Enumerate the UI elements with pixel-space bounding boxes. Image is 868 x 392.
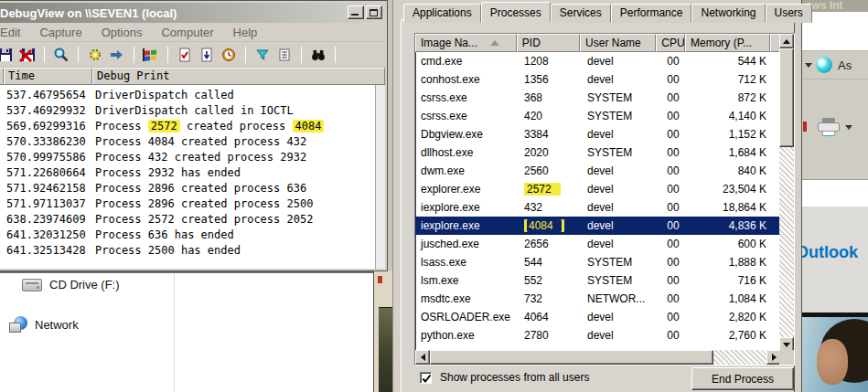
ask-toolbar-icon[interactable] xyxy=(816,57,832,73)
minimize-button[interactable] xyxy=(348,5,364,19)
cell-image: python.exe xyxy=(415,329,518,342)
scroll-up-button[interactable] xyxy=(779,34,794,48)
process-row-csrss.exe[interactable]: csrss.exe420SYSTEM004,140 K xyxy=(415,107,781,125)
process-row-lsm.exe[interactable]: lsm.exe552SYSTEM00716 K xyxy=(415,271,781,290)
process-row-dllhost.exe[interactable]: dllhost.exe2020SYSTEM001,684 K xyxy=(415,143,781,162)
process-row-cmd.exe[interactable]: cmd.exe1208devel00544 K xyxy=(415,52,781,70)
debug-row[interactable]: 571.22680664Process 2932 has ended xyxy=(0,165,385,181)
column-header-pid[interactable]: PID xyxy=(517,34,580,52)
debug-time: 641.32513428 xyxy=(6,243,95,259)
clock-icon[interactable] xyxy=(220,47,237,63)
menu-item-computer[interactable]: Computer xyxy=(161,26,213,39)
debug-time: 537.46929932 xyxy=(6,103,95,119)
cell-mem: 1,888 K xyxy=(688,256,774,269)
capture-gear-icon[interactable] xyxy=(87,47,103,63)
comment-icon[interactable] xyxy=(177,47,193,63)
debug-time: 638.23974609 xyxy=(6,212,95,228)
autoscroll-icon[interactable] xyxy=(198,47,215,63)
debug-row[interactable]: 570.99975586Process 432 created process … xyxy=(0,150,385,165)
horizontal-scrollbar[interactable] xyxy=(415,350,781,365)
save-icon[interactable] xyxy=(0,47,14,63)
vertical-scrollbar[interactable] xyxy=(375,85,385,269)
tab-services[interactable]: Services xyxy=(551,4,611,23)
end-process-button[interactable]: End Process xyxy=(691,367,794,390)
cell-pid: 1208 xyxy=(518,55,582,68)
vertical-scrollbar[interactable] xyxy=(779,34,794,352)
scroll-left-button[interactable] xyxy=(415,350,430,365)
window-title: DebugView on \\SEVEN1 (local) xyxy=(0,6,177,20)
tree-item-network[interactable]: Network xyxy=(9,316,79,333)
cell-pid: 368 xyxy=(518,91,582,104)
column-header-user[interactable]: User Name xyxy=(580,34,656,52)
column-header-image[interactable]: Image Na... xyxy=(415,34,517,52)
debug-message: Process 2572 created process 2052 xyxy=(95,213,313,226)
column-header-mem[interactable]: Memory (P... xyxy=(685,34,770,52)
menu-item-options[interactable]: Options xyxy=(102,26,143,39)
debug-row[interactable]: 537.46795654DriverDispatch called xyxy=(0,88,385,103)
menu-bar: EditCaptureOptionsComputerHelp xyxy=(0,23,385,42)
capture-win32-icon[interactable] xyxy=(143,47,159,63)
process-row-iexplore.exe[interactable]: iexplore.exe432devel0018,864 K xyxy=(415,198,781,217)
cell-cpu: 00 xyxy=(659,73,688,86)
column-header-cpu[interactable]: CPU xyxy=(656,34,685,52)
log-clear-icon[interactable] xyxy=(19,47,36,63)
tab-performance[interactable]: Performance xyxy=(611,4,692,23)
cell-pid: 3384 xyxy=(518,128,582,141)
find-icon[interactable] xyxy=(310,47,327,63)
debug-row[interactable]: 569.69299316Process 2572 created process… xyxy=(0,119,385,134)
tab-networking[interactable]: Networking xyxy=(691,4,765,23)
pass-through-arrow-icon[interactable] xyxy=(109,47,125,63)
tab-processes[interactable]: Processes xyxy=(481,2,551,23)
debug-row[interactable]: 638.23974609Process 2572 created process… xyxy=(0,212,385,228)
maximize-button[interactable] xyxy=(366,5,382,19)
debug-row[interactable]: 537.46929932DriverDispatch called in IOC… xyxy=(0,103,385,119)
background-page-strip xyxy=(373,270,393,392)
process-row-OSRLOADER.exe[interactable]: OSRLOADER.exe4064devel002,820 K xyxy=(415,308,781,326)
cell-pid: 2656 xyxy=(518,238,582,250)
tab-users[interactable]: Users xyxy=(766,4,812,23)
task-manager-window: ApplicationsProcessesServicesPerformance… xyxy=(393,0,801,392)
process-row-explorer.exe[interactable]: explorer.exe2572devel0023,504 K xyxy=(415,180,781,198)
debug-row[interactable]: 571.92462158Process 2896 created process… xyxy=(0,181,385,196)
process-row-lsass.exe[interactable]: lsass.exe544SYSTEM001,888 K xyxy=(415,253,781,271)
column-header-debug-print[interactable]: Debug Print xyxy=(92,68,385,85)
debug-row[interactable]: 571.97113037Process 2896 created process… xyxy=(0,196,385,212)
menu-item-edit[interactable]: Edit xyxy=(0,26,20,39)
cell-pid: 544 xyxy=(518,256,582,269)
column-header-time[interactable]: Time xyxy=(4,68,92,85)
scrollbar-thumb[interactable] xyxy=(430,350,713,365)
print-icon[interactable] xyxy=(818,118,840,136)
process-row-dwm.exe[interactable]: dwm.exe2560devel00840 K xyxy=(415,162,781,180)
menu-item-help[interactable]: Help xyxy=(233,26,258,39)
process-row-Dbgview.exe[interactable]: Dbgview.exe3384devel001,152 K xyxy=(415,125,781,143)
tab-applications[interactable]: Applications xyxy=(403,4,481,23)
scrollbar-thumb[interactable] xyxy=(779,48,794,147)
process-row-python.exe[interactable]: python.exe2780devel002,760 K xyxy=(415,326,781,344)
process-list-header: Image Na...PIDUser NameCPUMemory (P... xyxy=(415,34,781,52)
debugview-title-bar[interactable]: DebugView on \\SEVEN1 (local) xyxy=(0,3,385,23)
cell-pid: 2780 xyxy=(518,329,582,342)
process-row-conhost.exe[interactable]: conhost.exe1356devel00712 K xyxy=(415,70,781,89)
process-row-jusched.exe[interactable]: jusched.exe2656devel00600 K xyxy=(415,235,781,253)
debug-time: 569.69299316 xyxy=(6,119,95,134)
debug-row[interactable]: 570.33386230Process 4084 created process… xyxy=(0,134,385,150)
debug-row[interactable]: 641.32031250Process 636 has ended xyxy=(0,228,385,243)
debug-row[interactable]: 641.32513428Process 2500 has ended xyxy=(0,243,385,259)
process-row-iexplore.exe[interactable]: iexplore.exe4084devel004,836 K xyxy=(415,217,781,235)
highlight-mark: 4084 xyxy=(293,120,325,132)
history-depth-icon[interactable] xyxy=(276,47,293,63)
cell-cpu: 00 xyxy=(659,146,688,159)
tree-item-cd-drive-f[interactable]: CD Drive (F:) xyxy=(22,278,120,291)
process-row-msdtc.exe[interactable]: msdtc.exe732NETWOR...001,084 K xyxy=(415,290,781,308)
chevron-down-icon[interactable] xyxy=(845,125,852,130)
process-row-csrss.exe[interactable]: csrss.exe368SYSTEM00872 K xyxy=(415,89,781,107)
zoom-icon[interactable] xyxy=(53,47,70,63)
show-all-users-checkbox[interactable] xyxy=(420,372,432,384)
debugview-window: DebugView on \\SEVEN1 (local) EditCaptur… xyxy=(0,0,388,271)
cell-image: cmd.exe xyxy=(415,55,518,68)
debug-message: Process 4084 created process 432 xyxy=(95,135,306,148)
menu-item-capture[interactable]: Capture xyxy=(39,26,81,39)
cell-mem: 2,760 K xyxy=(688,329,774,342)
filter-icon[interactable] xyxy=(254,47,271,63)
chevron-down-icon[interactable] xyxy=(805,63,812,68)
